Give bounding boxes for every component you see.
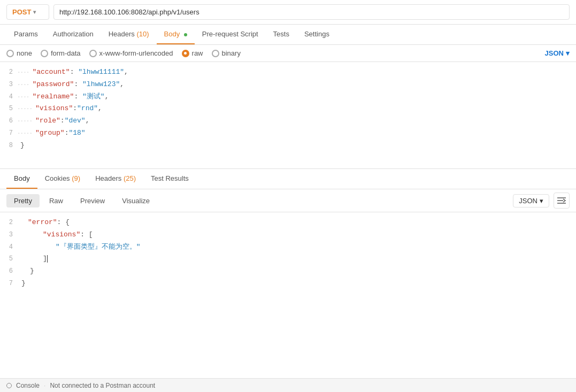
method-label: POST [12,8,31,16]
tab-authorization[interactable]: Authorization [45,25,101,44]
url-bar: POST ▾ [0,0,576,25]
url-input[interactable] [53,4,570,20]
resp-code-line-7: 7 } [0,278,576,290]
response-format-row: Pretty Raw Preview Visualize JSON ▾ [0,189,576,212]
resp-tab-testresults[interactable]: Test Results [143,169,196,189]
format-none[interactable]: none [6,49,32,57]
resp-tab-cookies[interactable]: Cookies (9) [37,169,88,189]
radio-raw-icon [182,50,189,57]
resp-code-line-5: 5 ] [0,253,576,265]
code-line-4: 4 ···· "realname": "测试", [0,91,576,103]
tab-prerequest[interactable]: Pre-request Script [195,25,266,44]
radio-none-icon [6,50,14,57]
tab-settings[interactable]: Settings [297,25,337,44]
resp-format-pretty[interactable]: Pretty [6,194,40,207]
format-form-data[interactable]: form-data [41,49,81,57]
resp-headers-badge: (25) [124,174,136,182]
resp-format-preview[interactable]: Preview [73,194,112,207]
radio-xwww-icon [89,50,97,57]
code-line-2: 2 ···· "account": "lhww11111", [0,66,576,79]
resp-format-right: JSON ▾ [513,193,570,209]
resp-tab-headers[interactable]: Headers (25) [88,169,143,189]
request-tabs: Params Authorization Headers (10) Body P… [0,25,576,45]
format-xwww[interactable]: x-www-form-urlencoded [89,49,173,57]
json-dropdown-chevron-icon: ▾ [566,49,570,57]
resp-format-raw[interactable]: Raw [42,194,71,207]
tab-tests[interactable]: Tests [266,25,297,44]
body-active-dot [184,33,187,36]
json-type-dropdown[interactable]: JSON ▾ [545,49,570,57]
cookies-badge: (9) [72,174,80,182]
tab-params[interactable]: Params [6,25,45,44]
tab-headers[interactable]: Headers (10) [101,25,157,44]
resp-tab-body[interactable]: Body [6,169,37,189]
headers-badge: (10) [136,30,149,38]
code-line-5: 5 ····· "visions":"rnd", [0,103,576,115]
body-format-row: none form-data x-www-form-urlencoded raw… [0,45,576,62]
response-tabs: Body Cookies (9) Headers (25) Test Resul… [0,169,576,189]
resp-code-line-4: 4 "『界面类型』不能为空。" [0,241,576,253]
format-raw[interactable]: raw [182,49,203,57]
resp-code-line-2: 2 "error": { [0,217,576,229]
radio-binary-icon [212,50,219,57]
format-binary[interactable]: binary [212,49,241,57]
request-body-editor[interactable]: 2 ···· "account": "lhww11111", 3 ···· "p… [0,62,576,169]
resp-code-line-6: 6 } [0,265,576,278]
code-line-8: 8 } [0,140,576,152]
code-line-3: 3 ···· "password": "lhww123", [0,79,576,91]
code-line-7: 7 ····· "group":"18" [0,127,576,140]
wrap-lines-icon[interactable] [554,193,570,209]
response-body-editor: 2 "error": { 3 "visions": [ 4 "『界面类型』不能为… [0,212,576,309]
resp-format-visualize[interactable]: Visualize [114,194,157,207]
resp-json-chevron-icon: ▾ [540,197,543,205]
tab-body[interactable]: Body [157,25,195,44]
code-line-6: 6 ····· "role":"dev", [0,115,576,127]
method-chevron-icon: ▾ [33,9,43,15]
resp-json-dropdown[interactable]: JSON ▾ [513,194,549,207]
method-select[interactable]: POST ▾ [6,4,49,20]
radio-formdata-icon [41,50,48,57]
resp-code-line-3: 3 "visions": [ [0,229,576,241]
